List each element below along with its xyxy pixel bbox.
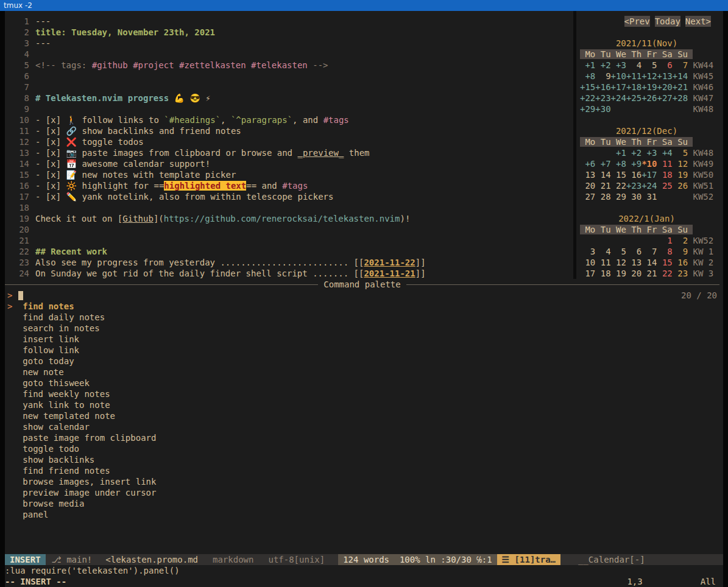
palette-item[interactable]: browse media <box>5 498 723 509</box>
calendar-day[interactable]: 10 <box>580 258 595 267</box>
calendar-day[interactable]: 15 <box>611 170 626 180</box>
editor-line[interactable]: 7 <box>5 82 573 93</box>
calendar-day[interactable]: +8 <box>580 71 595 81</box>
editor-line[interactable]: 12- [x] ❌ toggle todos <box>5 136 573 147</box>
palette-item[interactable]: yank link to note <box>5 399 723 410</box>
calendar-day[interactable]: 16 <box>673 258 688 267</box>
calendar-day[interactable]: 18 <box>595 269 610 278</box>
calendar-day[interactable]: *10 <box>641 159 657 169</box>
editor-line[interactable]: 11- [x] 🔗 show backlinks and friend note… <box>5 125 573 136</box>
calendar-day[interactable]: +23 <box>626 181 641 191</box>
calendar-prev-button[interactable]: <Prev <box>624 16 650 27</box>
calendar-day[interactable]: 5 <box>641 60 657 70</box>
palette-item[interactable]: goto thisweek <box>5 378 723 388</box>
palette-item[interactable]: search in notes <box>5 323 723 334</box>
calendar-day[interactable]: +9 <box>626 159 641 169</box>
editor-line[interactable]: 23Also see my progress from yesterday ..… <box>5 257 573 268</box>
calendar-day[interactable]: +17 <box>611 82 626 92</box>
calendar-day[interactable]: +16 <box>595 82 610 92</box>
calendar-day[interactable]: 5 <box>673 148 688 158</box>
palette-item[interactable]: browse images, insert link <box>5 476 723 487</box>
calendar-day[interactable]: +2 <box>595 60 610 70</box>
calendar-day[interactable]: +24 <box>611 93 626 103</box>
calendar-day[interactable]: +1 <box>611 148 626 158</box>
calendar-day[interactable]: 21 <box>595 181 610 191</box>
palette-item[interactable]: paste image from clipboard <box>5 432 723 443</box>
calendar-day[interactable]: +24 <box>641 181 657 191</box>
calendar-day[interactable]: +11 <box>626 71 641 81</box>
palette-item-selected[interactable]: > find notes <box>5 301 723 312</box>
calendar-day[interactable]: 2 <box>673 236 688 245</box>
calendar-day[interactable]: 7 <box>641 247 657 256</box>
editor-line[interactable]: 13- [x] 📷 paste images from clipboard or… <box>5 147 573 158</box>
editor-line[interactable]: 9 <box>5 104 573 114</box>
calendar-day[interactable]: +3 <box>611 60 626 70</box>
calendar-day[interactable]: +17 <box>641 170 657 180</box>
editor-pane[interactable]: 1---2title: Tuesday, November 23th, 2021… <box>5 11 573 279</box>
palette-item[interactable]: follow link <box>5 345 723 356</box>
editor-line[interactable]: 15- [x] 📝 new notes with template picker <box>5 169 573 180</box>
calendar-day[interactable]: +12 <box>641 71 657 81</box>
calendar-day[interactable]: 14 <box>595 170 610 180</box>
calendar-day[interactable]: +7 <box>595 159 610 169</box>
calendar-day[interactable]: 16 <box>626 170 641 180</box>
calendar-day[interactable]: +20 <box>657 82 672 92</box>
palette-item[interactable]: find friend notes <box>5 465 723 476</box>
calendar-day[interactable]: 21 <box>641 269 657 278</box>
palette-item[interactable]: show calendar <box>5 421 723 432</box>
calendar-day[interactable]: +13 <box>657 71 672 81</box>
calendar-day[interactable]: +21 <box>673 82 688 92</box>
calendar-day[interactable]: +28 <box>673 93 688 103</box>
calendar-day[interactable]: 29 <box>611 192 626 202</box>
calendar-day[interactable]: +6 <box>580 159 595 169</box>
calendar-day[interactable]: 23 <box>673 269 688 278</box>
calendar-day[interactable]: 11 <box>657 159 672 169</box>
palette-item[interactable]: find daily notes <box>5 312 723 323</box>
editor-line[interactable]: 6 <box>5 71 573 82</box>
palette-item[interactable]: new note <box>5 367 723 378</box>
calendar-day[interactable]: 30 <box>626 192 641 202</box>
calendar-day[interactable]: 6 <box>657 60 672 70</box>
calendar-day[interactable]: 4 <box>626 60 641 70</box>
calendar-day[interactable]: +30 <box>595 104 610 114</box>
editor-line[interactable]: 10- [x] 🚶 follow links to `#headings`, `… <box>5 114 573 125</box>
palette-item[interactable]: goto today <box>5 356 723 367</box>
calendar-day[interactable]: 7 <box>673 60 688 70</box>
calendar-day[interactable]: 15 <box>657 258 672 267</box>
editor-line[interactable]: 18 <box>5 202 573 213</box>
calendar-day[interactable]: +25 <box>626 93 641 103</box>
calendar-day[interactable]: 20 <box>580 181 595 191</box>
calendar-day[interactable]: 22 <box>611 181 626 191</box>
calendar-day[interactable]: 18 <box>657 170 672 180</box>
palette-item[interactable]: preview image under cursor <box>5 487 723 498</box>
calendar-day[interactable]: +26 <box>641 93 657 103</box>
editor-line[interactable]: 19Check it out on [Github](https://githu… <box>5 213 573 224</box>
calendar-day[interactable]: 20 <box>626 269 641 278</box>
editor-line[interactable]: 20 <box>5 224 573 235</box>
editor-line[interactable]: 21 <box>5 235 573 246</box>
calendar-day[interactable]: +2 <box>626 148 641 158</box>
calendar-next-button[interactable]: Next> <box>685 16 711 27</box>
editor-line[interactable]: 4 <box>5 49 573 60</box>
palette-item[interactable]: find weekly notes <box>5 388 723 399</box>
calendar-day[interactable]: +19 <box>641 82 657 92</box>
editor-line[interactable]: 16- [x] 🔆 highlight for ==highlighted te… <box>5 180 573 191</box>
editor-line[interactable]: 17- [x] ✏️ yank notelink, also from with… <box>5 191 573 202</box>
editor-line[interactable]: 24On Sunday we got rid of the daily find… <box>5 268 573 279</box>
editor-line[interactable]: 1--- <box>5 16 573 27</box>
calendar-day[interactable]: +29 <box>580 104 595 114</box>
calendar-day[interactable]: 12 <box>611 258 626 267</box>
calendar-day[interactable]: 13 <box>626 258 641 267</box>
calendar-day[interactable]: 26 <box>673 181 688 191</box>
calendar-day[interactable]: 14 <box>641 258 657 267</box>
calendar-day[interactable]: 8 <box>657 247 672 256</box>
calendar-day[interactable]: 4 <box>595 247 610 256</box>
editor-line[interactable]: 3--- <box>5 38 573 49</box>
calendar-day[interactable]: 6 <box>626 247 641 256</box>
calendar-day[interactable]: 9 <box>673 247 688 256</box>
calendar-day[interactable]: 28 <box>595 192 610 202</box>
calendar-day[interactable]: +23 <box>595 93 610 103</box>
calendar-day[interactable]: +14 <box>673 71 688 81</box>
calendar-day[interactable]: +18 <box>626 82 641 92</box>
calendar-day[interactable]: 19 <box>611 269 626 278</box>
